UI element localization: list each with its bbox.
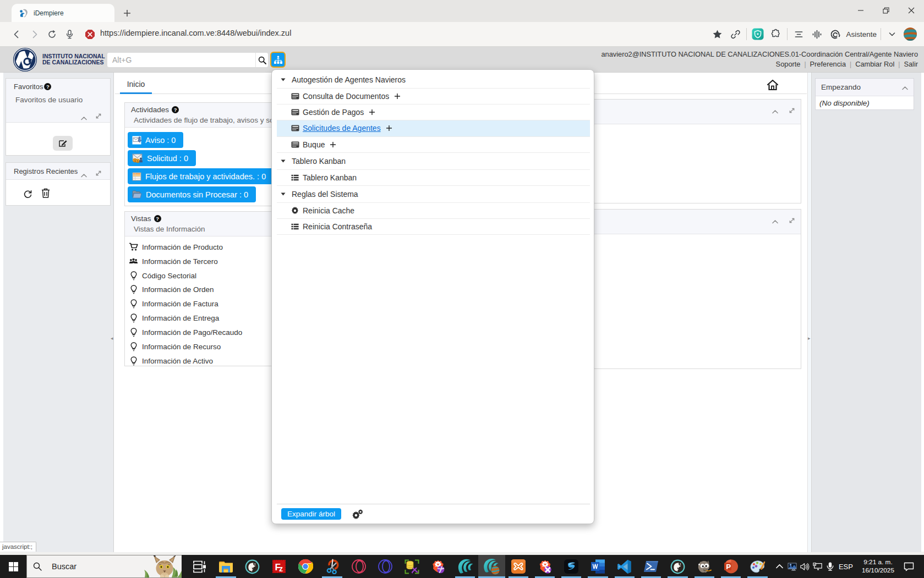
expand-icon[interactable] <box>95 169 102 179</box>
aviso-button[interactable]: Aviso : 0 <box>128 132 183 148</box>
menu-item-reinicia-contrasena[interactable]: Reinicia Contraseña <box>277 219 590 235</box>
wave-browser-icon[interactable] <box>478 555 505 578</box>
extensions-puzzle-icon[interactable] <box>769 27 783 41</box>
expand-icon[interactable] <box>789 106 795 116</box>
edit-favorites-button[interactable] <box>53 136 73 151</box>
taskbar-search[interactable]: Buscar <box>26 555 182 578</box>
database-tools-icon[interactable] <box>398 555 425 578</box>
view-item-pago[interactable]: Información de Pago/Recaudo <box>129 325 242 339</box>
gears-icon[interactable] <box>352 509 363 519</box>
address-bar[interactable]: https://idempiere.incanal.com.ve:8448/we… <box>100 29 291 37</box>
start-button[interactable] <box>0 555 26 578</box>
expand-icon[interactable] <box>95 112 102 122</box>
filezilla-icon[interactable]: Fz <box>266 555 292 578</box>
splitter-collapse-arrow-icon[interactable]: ◂ <box>111 335 113 341</box>
minimize-button[interactable] <box>848 0 873 21</box>
voice-wave-icon[interactable] <box>810 27 824 41</box>
menu-item-buque[interactable]: Buque <box>277 137 590 153</box>
collapse-icon[interactable] <box>81 113 87 123</box>
flujos-button[interactable]: Flujos de trabajo y actividades. : 0 <box>128 168 274 184</box>
xampp-icon[interactable] <box>505 555 532 578</box>
splitter-collapse-arrow-icon[interactable]: ▸ <box>808 335 811 341</box>
collapse-icon[interactable] <box>772 216 778 226</box>
expand-icon[interactable] <box>789 216 795 226</box>
plus-icon[interactable] <box>394 93 401 100</box>
collapse-icon[interactable] <box>772 106 778 116</box>
expand-tree-button[interactable]: Expandir árbol <box>281 508 341 520</box>
brave-x-icon[interactable] <box>532 555 558 578</box>
tray-expand-icon[interactable] <box>775 564 784 569</box>
menu-item-reinicia-cache[interactable]: Reinicia Cache <box>277 203 590 219</box>
search-highlight-image[interactable] <box>140 555 182 577</box>
plus-icon[interactable] <box>386 125 392 131</box>
network-icon[interactable] <box>813 562 822 571</box>
help-icon[interactable]: ? <box>172 106 179 113</box>
chrome-icon[interactable] <box>292 555 319 578</box>
file-explorer-icon[interactable] <box>212 555 239 578</box>
opera-icon[interactable] <box>346 555 372 578</box>
powerpoint-icon[interactable] <box>718 555 744 578</box>
main-menu-button[interactable] <box>270 52 286 68</box>
dbeaver-icon[interactable] <box>664 555 691 578</box>
view-item-tercero[interactable]: Información de Tercero <box>129 254 218 268</box>
collapse-icon[interactable] <box>902 82 908 92</box>
splitter-right[interactable]: ▸ <box>807 73 812 552</box>
restore-button[interactable] <box>873 0 899 21</box>
caret-down-icon[interactable] <box>281 159 286 163</box>
bookmark-star-icon[interactable] <box>710 27 724 41</box>
help-icon[interactable]: ? <box>154 215 161 222</box>
link-cambiar-rol[interactable]: Cambiar Rol <box>855 60 894 68</box>
paint-icon[interactable] <box>744 555 770 578</box>
shield-extension-icon[interactable] <box>751 27 765 41</box>
task-view-button[interactable] <box>186 555 212 578</box>
view-item-codigo-sectorial[interactable]: Código Sectorial <box>129 268 196 283</box>
solicitud-button[interactable]: $$Solicitud : 0 <box>128 150 196 166</box>
word-icon[interactable] <box>584 555 611 578</box>
language-indicator[interactable]: ESP <box>839 563 853 571</box>
gimp-icon[interactable] <box>691 555 718 578</box>
vscode-icon[interactable] <box>611 555 638 578</box>
plus-icon[interactable] <box>369 109 375 115</box>
global-search-button[interactable] <box>255 53 268 67</box>
voice-search-icon[interactable] <box>62 26 77 42</box>
collapse-icon[interactable] <box>81 170 87 180</box>
menu-group-autogestion[interactable]: Autogestión de Agentes Navieros <box>277 71 590 89</box>
link-preferencia[interactable]: Preferencia <box>810 60 846 68</box>
assistant-button[interactable]: Asistente <box>828 27 877 41</box>
plus-icon[interactable] <box>330 141 336 148</box>
profile-avatar[interactable] <box>903 27 917 41</box>
menu-group-reglas-sistema[interactable]: Reglas del Sistema <box>277 186 590 203</box>
chevron-down-icon[interactable] <box>885 27 899 41</box>
volume-icon[interactable] <box>800 563 810 571</box>
brave-shortcut-icon[interactable] <box>425 555 452 578</box>
view-item-orden[interactable]: Información de Orden <box>129 282 214 296</box>
menu-item-consulta-documentos[interactable]: Consulta de Documentos <box>277 89 590 104</box>
refresh-icon[interactable] <box>23 189 32 201</box>
view-item-entrega[interactable]: Información de Entrega <box>129 311 219 325</box>
dbeaver-icon[interactable] <box>239 555 266 578</box>
tab-inicio[interactable]: Inicio <box>120 74 152 94</box>
caret-down-icon[interactable] <box>281 192 286 196</box>
browser-tab[interactable]: iDempiere <box>12 4 114 22</box>
opera-gx-icon[interactable] <box>372 555 398 578</box>
not-secure-icon[interactable] <box>85 29 95 42</box>
dark-s-app-icon[interactable] <box>558 555 584 578</box>
clock[interactable]: 9:21 a. m. 16/10/2025 <box>862 558 894 575</box>
trash-icon[interactable] <box>41 188 51 201</box>
new-tab-button[interactable] <box>121 7 134 20</box>
menu-group-tablero-kanban[interactable]: Tablero Kanban <box>277 153 590 170</box>
reading-list-icon[interactable] <box>791 27 806 41</box>
menu-item-gestion-pagos[interactable]: Gestión de Pagos <box>277 104 590 120</box>
link-salir[interactable]: Salir <box>904 60 918 68</box>
view-item-activo[interactable]: Información de Activo <box>129 354 213 368</box>
caret-down-icon[interactable] <box>281 78 286 81</box>
back-button[interactable] <box>9 26 24 42</box>
share-link-icon[interactable] <box>728 27 742 41</box>
close-button[interactable] <box>899 0 924 21</box>
view-item-recurso[interactable]: Información de Recurso <box>129 339 221 354</box>
forward-button[interactable] <box>26 26 42 42</box>
notification-center-icon[interactable] <box>900 562 917 571</box>
tray-display-icon[interactable] <box>788 563 797 571</box>
powershell-icon[interactable] <box>638 555 664 578</box>
documentos-button[interactable]: Documentos sin Procesar : 0 <box>128 186 256 202</box>
